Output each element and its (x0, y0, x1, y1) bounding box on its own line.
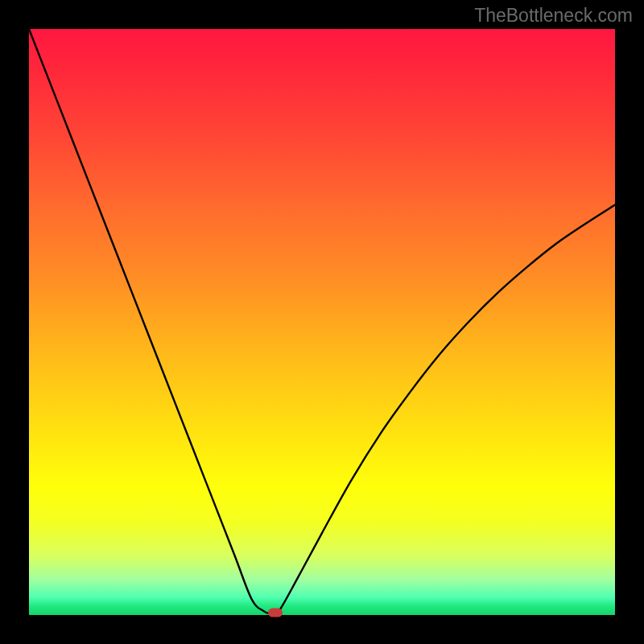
chart-plot-area (29, 29, 615, 615)
optimal-point-marker (268, 609, 283, 617)
watermark-text: TheBottleneck.com (474, 5, 633, 27)
chart-background-gradient (29, 29, 615, 615)
